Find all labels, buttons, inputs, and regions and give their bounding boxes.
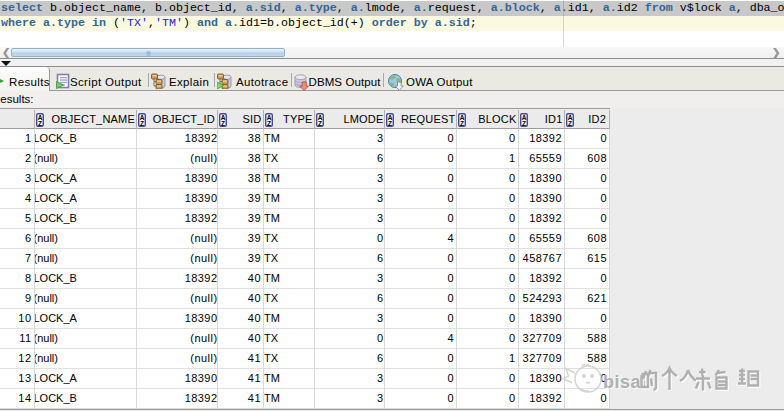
svg-text:bisal: bisal bbox=[603, 372, 647, 392]
svg-text:Z: Z bbox=[38, 119, 42, 126]
svg-text:Z: Z bbox=[221, 119, 225, 126]
svg-text:Z: Z bbox=[140, 119, 144, 126]
svg-text:Z: Z bbox=[460, 119, 464, 126]
svg-text:Z: Z bbox=[522, 119, 526, 126]
svg-text:Z: Z bbox=[388, 119, 392, 126]
svg-text:Z: Z bbox=[568, 119, 572, 126]
svg-text:Z: Z bbox=[318, 119, 322, 126]
svg-text:Z: Z bbox=[267, 119, 271, 126]
